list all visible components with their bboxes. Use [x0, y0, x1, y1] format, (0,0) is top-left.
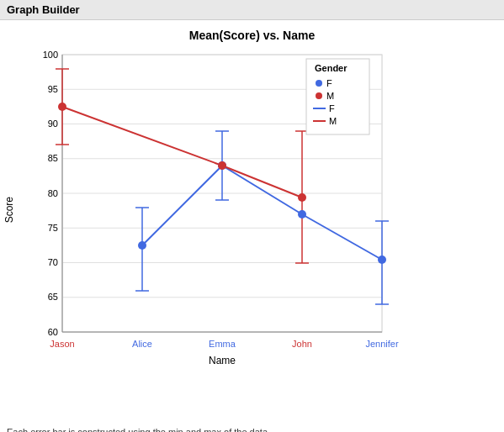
svg-point-45	[378, 256, 386, 264]
svg-text:Name: Name	[209, 355, 236, 366]
svg-text:65: 65	[48, 292, 58, 302]
svg-text:60: 60	[48, 327, 58, 337]
svg-text:95: 95	[48, 84, 58, 94]
svg-text:M: M	[329, 116, 337, 126]
svg-text:F: F	[326, 78, 332, 88]
svg-text:75: 75	[48, 223, 58, 233]
svg-point-51	[316, 80, 322, 87]
chart-container: Mean(Score) vs. Name Score 100 95 90	[0, 20, 504, 424]
chart-inner: 100 95 90 85 80 75 70	[20, 46, 504, 374]
svg-point-53	[316, 92, 322, 99]
svg-text:Alice: Alice	[132, 339, 152, 349]
svg-text:100: 100	[43, 50, 58, 60]
svg-text:90: 90	[48, 119, 58, 129]
chart-title: Mean(Score) vs. Name	[0, 29, 504, 42]
svg-point-46	[58, 103, 66, 111]
svg-point-47	[218, 161, 226, 170]
svg-point-42	[138, 241, 146, 250]
svg-text:80: 80	[48, 188, 58, 198]
header-title: Graph Builder	[7, 3, 80, 16]
svg-text:85: 85	[48, 153, 58, 163]
svg-text:Jason: Jason	[50, 339, 74, 349]
svg-point-48	[298, 193, 306, 202]
svg-text:70: 70	[48, 257, 58, 267]
svg-text:M: M	[326, 91, 334, 101]
svg-text:Gender: Gender	[315, 63, 347, 73]
y-axis-label: Score	[3, 197, 20, 223]
svg-text:John: John	[292, 339, 312, 349]
svg-text:Emma: Emma	[209, 339, 236, 349]
footer-text: Each error bar is constructed using the …	[0, 424, 504, 432]
svg-text:Jennifer: Jennifer	[365, 339, 398, 349]
header-bar: Graph Builder	[0, 0, 504, 20]
svg-text:F: F	[329, 103, 335, 113]
svg-point-44	[298, 210, 306, 219]
